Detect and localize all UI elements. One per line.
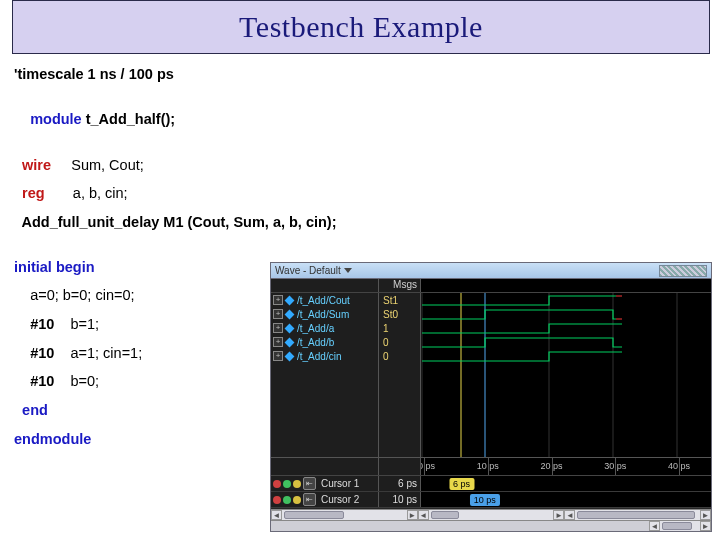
signal-row[interactable]: +/t_Add/Sum (271, 307, 378, 321)
signal-value: 0 (379, 335, 420, 349)
scroll-right-icon[interactable]: ► (700, 510, 711, 520)
waveform-header: Msgs (271, 279, 711, 293)
waveform-svg (421, 293, 711, 457)
timescale-line: 'timescale 1 ns / 100 ps (14, 66, 337, 83)
delay-3: #10 (30, 373, 54, 389)
tick-label: 40 ps (668, 461, 690, 471)
scroll-left-icon[interactable]: ◄ (649, 521, 660, 531)
cursor-chip[interactable]: 6 ps (449, 478, 474, 490)
reg-decl: a, b, cin; (73, 185, 128, 201)
dot-icon[interactable] (273, 496, 281, 504)
dot-icon[interactable] (283, 480, 291, 488)
msgs-label: Msgs (379, 279, 421, 292)
scroll-left-icon[interactable]: ◄ (564, 510, 575, 520)
signal-name: /t_Add/Cout (297, 295, 378, 306)
tick-label: 20 ps (540, 461, 562, 471)
scroll-right-icon[interactable]: ► (553, 510, 564, 520)
slide-title-band: Testbench Example (12, 0, 710, 54)
module-name: t_Add_half(); (82, 111, 175, 127)
delay-1: #10 (30, 316, 54, 332)
expand-icon[interactable]: + (273, 351, 283, 361)
signal-icon (285, 323, 295, 333)
cursor-nav-button[interactable]: ⇤ (303, 477, 316, 490)
init-assigns: a=0; b=0; cin=0; (30, 287, 134, 303)
cursor-value: 6 ps (379, 476, 421, 491)
tick-label: 30 ps (604, 461, 626, 471)
stmt-2: a=1; cin=1; (70, 345, 142, 361)
endmodule-keyword: endmodule (14, 431, 91, 447)
slide-title: Testbench Example (239, 10, 483, 44)
scroll-right-icon[interactable]: ► (407, 510, 418, 520)
signal-row[interactable]: +/t_Add/b (271, 335, 378, 349)
wire-keyword: wire (22, 157, 51, 173)
signal-icon (285, 351, 295, 361)
signal-row[interactable]: +/t_Add/cin (271, 349, 378, 363)
scroll-right-icon[interactable]: ► (700, 521, 711, 531)
timescale-row: 00 ps10 ps20 ps30 ps40 ps (271, 458, 711, 476)
signal-name: /t_Add/a (297, 323, 378, 334)
signal-icon (285, 309, 295, 319)
tick-label: 10 ps (477, 461, 499, 471)
signal-value: St0 (379, 307, 420, 321)
wire-decl: Sum, Cout; (71, 157, 144, 173)
scroll-left-icon[interactable]: ◄ (271, 510, 282, 520)
dot-icon[interactable] (283, 496, 291, 504)
waveform-plot[interactable] (421, 293, 711, 457)
waveform-window: Wave - Default Msgs +/t_Add/Cout+/t_Add/… (270, 262, 712, 532)
signal-icon (285, 295, 295, 305)
titlebar-grip[interactable] (659, 265, 707, 277)
signal-icon (285, 337, 295, 347)
delay-2: #10 (30, 345, 54, 361)
initial-keyword: initial begin (14, 259, 95, 275)
hscroll-names[interactable]: ◄ ► ◄ ► ◄ ► (271, 509, 711, 520)
waveform-titlebar[interactable]: Wave - Default (271, 263, 711, 279)
expand-icon[interactable]: + (273, 309, 283, 319)
reg-keyword: reg (22, 185, 45, 201)
signal-name: /t_Add/Sum (297, 309, 378, 320)
signal-name: /t_Add/b (297, 337, 378, 348)
dropdown-icon[interactable] (344, 268, 352, 273)
expand-icon[interactable]: + (273, 323, 283, 333)
stmt-1: b=1; (70, 316, 99, 332)
signal-value: 0 (379, 349, 420, 363)
cursor-label: Cursor 2 (321, 494, 359, 505)
cursor-row[interactable]: ⇤Cursor 210 ps10 ps (271, 492, 711, 508)
dot-icon[interactable] (293, 496, 301, 504)
dot-icon[interactable] (273, 480, 281, 488)
dot-icon[interactable] (293, 480, 301, 488)
expand-icon[interactable]: + (273, 295, 283, 305)
tick-label: 00 ps (421, 461, 435, 471)
signal-value: St1 (379, 293, 420, 307)
scroll-left-icon[interactable]: ◄ (418, 510, 429, 520)
signal-row[interactable]: +/t_Add/a (271, 321, 378, 335)
waveform-body: +/t_Add/Cout+/t_Add/Sum+/t_Add/a+/t_Add/… (271, 293, 711, 457)
signal-value: 1 (379, 321, 420, 335)
instance-line: Add_full_unit_delay M1 (Cout, Sum, a, b,… (22, 214, 337, 230)
cursor-row[interactable]: ⇤Cursor 16 ps6 ps (271, 476, 711, 492)
signal-name: /t_Add/cin (297, 351, 378, 362)
expand-icon[interactable]: + (273, 337, 283, 347)
scrollbars: ◄ ► ◄ ► ◄ ► ◄ ► (271, 509, 711, 531)
cursor-nav-button[interactable]: ⇤ (303, 493, 316, 506)
waveform-title-text: Wave - Default (275, 265, 341, 276)
module-keyword: module (30, 111, 82, 127)
cursor-chip[interactable]: 10 ps (470, 494, 500, 506)
cursor-value: 10 ps (379, 492, 421, 507)
hscroll-bottom[interactable]: ◄ ► (271, 520, 711, 531)
signal-row[interactable]: +/t_Add/Cout (271, 293, 378, 307)
signal-values-column: St1St0100 (379, 293, 421, 457)
cursor-label: Cursor 1 (321, 478, 359, 489)
stmt-3: b=0; (70, 373, 99, 389)
end-keyword: end (22, 402, 48, 418)
waveform-footer: 00 ps10 ps20 ps30 ps40 ps ⇤Cursor 16 ps6… (271, 457, 711, 531)
signal-names-column: +/t_Add/Cout+/t_Add/Sum+/t_Add/a+/t_Add/… (271, 293, 379, 457)
